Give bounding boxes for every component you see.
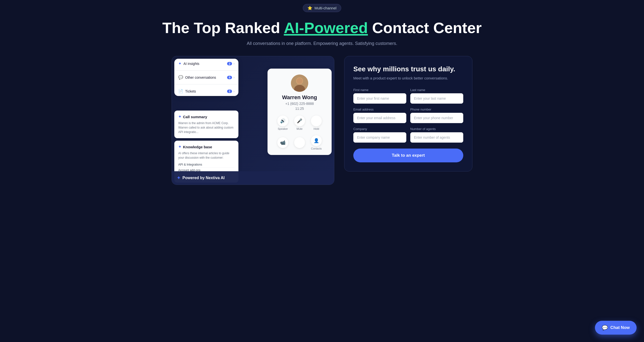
- call-summary-card: ✦ Call summary Warren is the admin from …: [174, 111, 238, 138]
- video-icon: 📹: [277, 137, 288, 148]
- sidebar-other-conv-label: Other conversations: [185, 76, 216, 80]
- hero-subtitle: All conversations in one platform. Empow…: [0, 41, 644, 46]
- phone-input[interactable]: [410, 113, 463, 123]
- talk-to-expert-button[interactable]: Talk to an expert: [353, 149, 463, 162]
- chat-bubble-icon: 💬: [178, 75, 183, 80]
- agents-label: Number of agents: [410, 127, 463, 131]
- chevron-right-icon-2: ›: [234, 76, 234, 79]
- call-summary-title: Call summary: [183, 115, 207, 119]
- company-label: Company: [353, 127, 406, 131]
- tickets-badge: 2: [227, 90, 232, 93]
- form-row-name: First name Last name: [353, 88, 463, 104]
- svg-point-3: [296, 78, 302, 84]
- knowledge-base-text: AI offers these internal articles to gui…: [178, 151, 234, 160]
- last-name-label: Last name: [410, 88, 463, 92]
- speaker-label: Speaker: [278, 127, 288, 130]
- sidebar-item-tickets[interactable]: 📄 Tickets 2 ›: [174, 86, 238, 96]
- sidebar-ai-insights-label: AI insights: [184, 62, 200, 66]
- chat-now-label: Chat Now: [610, 325, 630, 330]
- mockup-panel: ✦ AI insights 2 › 💬 Other conversations: [172, 56, 334, 185]
- call-time: 11:25: [295, 107, 304, 111]
- agents-input[interactable]: [410, 132, 463, 143]
- ai-insights-badge: 2: [227, 62, 232, 65]
- ticket-icon: 📄: [178, 89, 183, 94]
- last-name-input[interactable]: [410, 93, 463, 104]
- call-summary-text: Warren is the admin from ACME Corp. Warr…: [178, 121, 234, 134]
- badge-label: Multi-channel: [314, 6, 336, 10]
- sparkle-icon: ✦: [178, 61, 182, 66]
- contacts-label: Contacts: [311, 147, 322, 150]
- email-label: Email address: [353, 108, 406, 111]
- contacts-control[interactable]: 👤 Contacts: [311, 135, 322, 150]
- powered-by-bar: ✦ Powered by Nextiva AI: [172, 171, 334, 185]
- chat-now-button[interactable]: 💬 Chat Now: [595, 321, 636, 334]
- hold-control[interactable]: ⏸ Hold: [311, 116, 322, 130]
- form-subtitle: Meet with a product expert to unlock bet…: [353, 76, 463, 81]
- form-title: See why millions trust us daily.: [353, 65, 463, 73]
- form-row-company: Company Number of agents: [353, 127, 463, 143]
- caller-avatar-svg: [291, 75, 308, 92]
- chevron-right-icon-3: ›: [234, 90, 234, 93]
- chat-now-icon: 💬: [602, 325, 608, 331]
- contact-form-panel: See why millions trust us daily. Meet wi…: [344, 56, 472, 171]
- call-ui: Warren Wong +1 (602) 225-8888 11:25 🔊 Sp…: [268, 69, 332, 155]
- hold-icon: ⏸: [311, 116, 322, 126]
- hold-label: Hold: [314, 127, 319, 130]
- mute-icon: 🎤: [294, 116, 305, 126]
- chevron-right-icon: ›: [234, 62, 234, 65]
- agents-group: Number of agents: [410, 127, 463, 143]
- mute-control[interactable]: 🎤 Mute: [294, 116, 305, 130]
- hero-title-start: The Top Ranked: [162, 19, 284, 36]
- company-group: Company: [353, 127, 406, 143]
- company-input[interactable]: [353, 132, 406, 143]
- powered-sparkle-icon: ✦: [177, 175, 180, 181]
- keypad-icon: ⠿: [294, 137, 305, 148]
- mockup-sidebar: ✦ AI insights 2 › 💬 Other conversations: [174, 59, 238, 96]
- email-input[interactable]: [353, 113, 406, 123]
- sidebar-item-other-conversations[interactable]: 💬 Other conversations 9 ›: [174, 73, 238, 82]
- powered-by-text: Powered by Nextiva AI: [182, 176, 224, 180]
- hero-title-accent: AI-Powered: [284, 19, 368, 36]
- kb-item-1: API & Integrations: [178, 162, 234, 168]
- caller-phone: +1 (602) 225-8888: [285, 102, 314, 106]
- speaker-control[interactable]: 🔊 Speaker: [277, 116, 288, 130]
- speaker-icon: 🔊: [277, 116, 288, 126]
- sparkle-icon-3: ✦: [178, 145, 182, 149]
- knowledge-base-title: Knowledge base: [183, 145, 212, 149]
- first-name-input[interactable]: [353, 93, 406, 104]
- sparkle-icon-2: ✦: [178, 115, 182, 119]
- phone-group: Phone number: [410, 108, 463, 123]
- mute-label: Mute: [296, 127, 302, 130]
- multi-channel-badge: ⭐ Multi-channel: [303, 4, 341, 12]
- contacts-icon: 👤: [311, 135, 322, 146]
- first-name-label: First name: [353, 88, 406, 92]
- email-group: Email address: [353, 108, 406, 123]
- last-name-group: Last name: [410, 88, 463, 104]
- sidebar-tickets-label: Tickets: [185, 89, 196, 93]
- form-row-contact: Email address Phone number: [353, 108, 463, 123]
- star-icon: ⭐: [308, 6, 312, 10]
- sidebar-item-ai-insights[interactable]: ✦ AI insights 2 ›: [174, 59, 238, 68]
- caller-name: Warren Wong: [282, 94, 317, 101]
- video-control[interactable]: 📹: [277, 137, 288, 148]
- keypad-control[interactable]: ⠿: [294, 137, 305, 148]
- phone-label: Phone number: [410, 108, 463, 111]
- hero-title-end: Contact Center: [368, 19, 482, 36]
- other-conv-badge: 9: [227, 76, 232, 79]
- first-name-group: First name: [353, 88, 406, 104]
- hero-title: The Top Ranked AI-Powered Contact Center: [0, 19, 644, 37]
